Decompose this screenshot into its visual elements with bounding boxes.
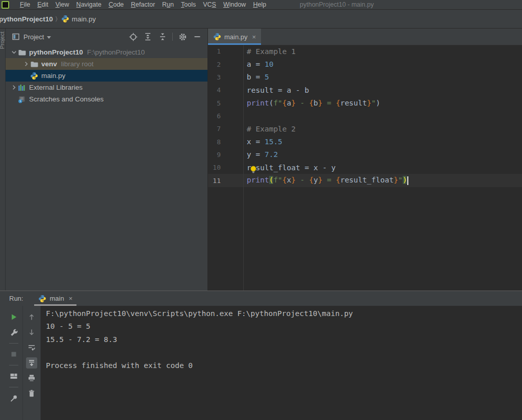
gutter-line-number[interactable]: 5 — [208, 99, 221, 107]
project-tree: pythonProject10F:\pythonProject10venvlib… — [6, 45, 207, 105]
tab-main-py[interactable]: main.py × — [208, 29, 261, 45]
chevron-down-icon[interactable] — [10, 48, 18, 57]
tree-item-label: External Libraries — [29, 84, 83, 91]
run-toolbar-left — [5, 306, 23, 420]
tree-item-external-libraries[interactable]: External Libraries — [6, 82, 207, 93]
tree-item-main-py[interactable]: main.py — [6, 70, 207, 82]
project-panel-title[interactable]: Project — [23, 33, 44, 41]
chevron-spacer — [22, 72, 30, 80]
token-plain: result_float — [340, 176, 394, 184]
tree-item-pythonproject10[interactable]: pythonProject10F:\pythonProject10 — [6, 46, 207, 58]
menu-navigate[interactable]: Navigate — [73, 0, 105, 9]
settings-gear-icon[interactable] — [177, 32, 188, 42]
stripe-label-project[interactable]: Project — [0, 32, 5, 49]
up-stack-trace-icon[interactable] — [26, 311, 37, 323]
gutter-line-number[interactable]: 7 — [208, 125, 221, 133]
chevron-right-icon[interactable] — [10, 84, 18, 92]
gutter-line-number[interactable]: 4 — [208, 86, 221, 94]
code-line-8[interactable]: 8x = 15.5 — [208, 135, 522, 148]
restore-layout-icon[interactable] — [8, 371, 19, 382]
pin-tab-icon[interactable] — [8, 392, 19, 404]
code-line-9[interactable]: 9y = 7.2 — [208, 148, 522, 161]
gutter-line-number[interactable]: 9 — [208, 151, 221, 159]
menu-edit[interactable]: Edit — [34, 0, 52, 9]
code-editor[interactable]: 1# Example 12a = 103b = 54result = a - b… — [208, 45, 522, 291]
editor-tab-bar: main.py × — [208, 29, 522, 45]
code-line-4[interactable]: 4result = a - b — [208, 84, 522, 96]
scroll-to-end-icon[interactable] — [26, 357, 37, 369]
close-run-tab-icon[interactable]: × — [69, 295, 73, 302]
code-line-7[interactable]: 7# Example 2 — [208, 122, 522, 135]
python-file-icon — [61, 15, 69, 23]
console-line — [46, 346, 522, 359]
menu-tools[interactable]: Tools — [177, 0, 199, 9]
menu-refactor[interactable]: Refactor — [127, 0, 159, 9]
token-plain: ) — [376, 99, 380, 107]
token-plain: y = — [247, 150, 265, 159]
token-plain: a = — [247, 60, 265, 68]
intention-bulb-icon[interactable] — [249, 165, 257, 174]
code-line-5[interactable]: 5print(f"{a} - {b} = {result}") — [208, 96, 522, 109]
gutter-line-number[interactable]: 8 — [208, 138, 221, 146]
print-console-icon[interactable] — [26, 373, 37, 384]
hide-panel-icon[interactable] — [192, 32, 202, 42]
menu-run[interactable]: Run — [159, 0, 177, 9]
token-brace: } — [367, 99, 372, 107]
gutter-line-number[interactable]: 3 — [208, 73, 221, 81]
menu-view[interactable]: View — [52, 0, 73, 9]
clear-all-icon[interactable] — [26, 388, 37, 399]
gutter-line-number[interactable]: 1 — [208, 47, 221, 55]
run-console-output[interactable]: F:\pythonProject10\venv\Scripts\python.e… — [41, 306, 522, 420]
code-line-11[interactable]: 11print(f"{x} - {y} = {result_float}") — [208, 174, 522, 187]
chevron-right-icon[interactable] — [22, 60, 30, 68]
gutter-line-number[interactable]: 10 — [208, 164, 221, 171]
token-str: " — [398, 176, 403, 184]
menu-vcs[interactable]: VCS — [199, 0, 220, 9]
toolbar-divider — [172, 33, 173, 41]
folder-icon — [30, 60, 38, 68]
code-line-6[interactable]: 6 — [208, 110, 522, 122]
token-comment: # Example 1 — [247, 47, 296, 56]
expand-all-icon[interactable] — [143, 32, 153, 42]
token-str: f" — [273, 176, 282, 184]
folder-icon — [18, 48, 26, 57]
token-brace: { — [309, 176, 314, 184]
project-tool-window-icon — [12, 33, 20, 41]
pycharm-window: FileEditViewNavigateCodeRefactorRunTools… — [0, 0, 522, 420]
menu-code[interactable]: Code — [105, 0, 127, 9]
tree-item-label: venv — [41, 60, 57, 68]
rerun-icon[interactable] — [8, 311, 19, 323]
down-stack-trace-icon[interactable] — [26, 327, 37, 338]
token-plain: x = — [247, 138, 265, 146]
locate-file-icon[interactable] — [128, 32, 138, 42]
collapse-all-icon[interactable] — [158, 32, 168, 42]
scratches-icon — [18, 95, 26, 103]
gutter-line-number[interactable]: 6 — [208, 112, 221, 120]
soft-wrap-icon[interactable] — [26, 342, 37, 353]
breadcrumb-project[interactable]: pythonProject10 — [0, 15, 53, 23]
tree-item-scratches-and-consoles[interactable]: Scratches and Consoles — [6, 93, 207, 105]
gutter-line-number[interactable]: 2 — [208, 61, 221, 68]
menu-file[interactable]: File — [16, 0, 34, 9]
menu-help[interactable]: Help — [249, 0, 270, 9]
token-num: 15.5 — [265, 138, 282, 146]
tab-label: main.py — [224, 33, 248, 41]
breadcrumb-file[interactable]: main.py — [72, 15, 96, 23]
tree-item-venv[interactable]: venvlibrary root — [6, 58, 207, 70]
tree-item-label: Scratches and Consoles — [29, 95, 103, 103]
menu-window[interactable]: Window — [220, 0, 249, 9]
breadcrumb: pythonProject10 〉 main.py — [0, 10, 522, 29]
code-line-3[interactable]: 3b = 5 — [208, 71, 522, 84]
token-plain: b — [314, 99, 318, 107]
token-builtin: print — [247, 176, 269, 184]
run-tab-main[interactable]: main × — [34, 291, 76, 306]
code-line-10[interactable]: 10result_float = x - y — [208, 161, 522, 174]
close-tab-icon[interactable]: × — [252, 34, 256, 40]
run-settings-wrench-icon[interactable] — [8, 327, 19, 338]
toolbar-divider — [9, 343, 18, 344]
gutter-line-number[interactable]: 11 — [208, 177, 221, 185]
code-line-2[interactable]: 2a = 10 — [208, 58, 522, 70]
code-line-1[interactable]: 1# Example 1 — [208, 45, 522, 58]
chevron-down-icon[interactable] — [47, 36, 51, 39]
stop-icon[interactable] — [8, 349, 19, 360]
